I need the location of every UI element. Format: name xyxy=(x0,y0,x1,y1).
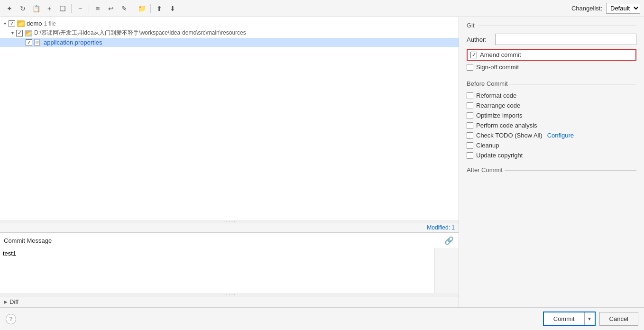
cleanup-checkbox[interactable] xyxy=(467,142,473,149)
folder-btn[interactable]: 📁 xyxy=(136,3,147,14)
optimize-label: Optimize imports xyxy=(476,112,523,119)
commit-button-group: Commit ▼ xyxy=(543,312,596,326)
right-panel: Git Author: ✓ Amend commit Sign-off comm… xyxy=(459,17,644,307)
changelist-select[interactable]: Default xyxy=(606,3,640,14)
optimize-imports-row[interactable]: Optimize imports xyxy=(467,112,636,119)
modified-bar: Modified: 1 xyxy=(0,223,459,232)
before-commit-title: Before Commit xyxy=(467,80,508,87)
amend-commit-row[interactable]: ✓ Amend commit xyxy=(467,49,636,61)
update-copyright-checkbox[interactable] xyxy=(467,152,473,159)
rearrange-label: Rearrange code xyxy=(476,102,520,109)
sep3 xyxy=(133,4,133,13)
commit-msg-header: Commit Message 🔗 xyxy=(0,233,459,248)
after-commit-title-container: After Commit xyxy=(467,166,636,174)
sep2 xyxy=(89,4,89,13)
bottom-bar: ? Commit ▼ Cancel xyxy=(0,307,644,330)
amend-checkbox[interactable]: ✓ xyxy=(470,52,477,58)
toolbar: ✦ ↻ 📋 + ❏ − ≡ ↩ ✎ 📁 ⬆ ⬇ Changelist: Defa… xyxy=(0,0,644,17)
check-todo-checkbox[interactable] xyxy=(467,132,473,139)
code-analysis-row[interactable]: Perform code analysis xyxy=(467,122,636,129)
app-props-label: application.properties xyxy=(44,39,102,46)
commit-dropdown-arrow[interactable]: ▼ xyxy=(584,312,595,325)
commit-msg-icon-btn[interactable]: 🔗 xyxy=(443,235,455,246)
edit-btn[interactable]: ✎ xyxy=(119,3,130,14)
demo-label: demo xyxy=(27,20,42,27)
after-commit-title: After Commit xyxy=(467,166,503,174)
update-copyright-label: Update copyright xyxy=(476,152,523,159)
cleanup-label: Cleanup xyxy=(476,142,499,149)
commit-message-section: Commit Message 🔗 test1 xyxy=(0,232,459,293)
before-commit-items: Reformat code Rearrange code Optimize im… xyxy=(467,92,636,162)
rearrange-checkbox[interactable] xyxy=(467,102,473,109)
changelist-label: Changelist: xyxy=(571,5,602,12)
update-copyright-row[interactable]: Update copyright xyxy=(467,152,636,159)
reformat-code-row[interactable]: Reformat code xyxy=(467,92,636,99)
check-todo-label: Check TODO (Show All) xyxy=(476,132,543,139)
move-up-btn[interactable]: ⬆ xyxy=(154,3,165,14)
left-panel: ▾ ✓ 📁 demo 1 file ▾ ✓ 📂 D:\慕课网\开发工具idea从… xyxy=(0,17,459,307)
undo-btn[interactable]: ↩ xyxy=(105,3,117,14)
before-commit-title-container: Before Commit xyxy=(467,80,636,87)
configure-link[interactable]: Configure xyxy=(547,132,574,139)
add-icon-btn[interactable]: ✦ xyxy=(4,3,15,14)
diff-arrow-icon: ▶ xyxy=(4,299,8,304)
sep1 xyxy=(71,4,72,13)
reformat-label: Reformat code xyxy=(476,92,516,99)
git-section-title: Git xyxy=(467,22,636,29)
author-label: Author: xyxy=(467,36,491,43)
cleanup-row[interactable]: Cleanup xyxy=(467,142,636,149)
copy-btn[interactable]: ❏ xyxy=(57,3,68,14)
code-analysis-label: Perform code analysis xyxy=(476,122,537,129)
plus-btn[interactable]: + xyxy=(44,3,55,14)
document-btn[interactable]: 📋 xyxy=(30,3,42,14)
refresh-btn[interactable]: ↻ xyxy=(17,3,28,14)
tree-item-path[interactable]: ▾ ✓ 📂 D:\慕课网\开发工具idea从入门到爱不释手\workspace\… xyxy=(0,28,459,38)
file-tree: ▾ ✓ 📁 demo 1 file ▾ ✓ 📂 D:\慕课网\开发工具idea从… xyxy=(0,17,459,220)
signoff-row[interactable]: Sign-off commit xyxy=(467,64,636,71)
commit-msg-sidebar xyxy=(435,248,459,293)
diff-label: Diff xyxy=(9,298,18,305)
folder-icon-path: 📂 xyxy=(25,30,32,37)
check-todo-row[interactable]: Check TODO (Show All) Configure xyxy=(467,132,636,139)
modified-text[interactable]: Modified: 1 xyxy=(427,224,455,231)
author-row: Author: xyxy=(467,34,636,45)
demo-meta: 1 file xyxy=(44,20,56,27)
commit-button[interactable]: Commit xyxy=(544,312,584,325)
signoff-label: Sign-off commit xyxy=(476,64,519,71)
tree-item-app-props[interactable]: ▸ ✓ application.properties xyxy=(0,38,459,47)
diff-section[interactable]: ▶ Diff xyxy=(0,296,459,307)
commit-msg-body: test1 xyxy=(0,248,459,293)
help-button[interactable]: ? xyxy=(6,314,16,324)
path-label: D:\慕课网\开发工具idea从入门到爱不释手\workspace\idea-d… xyxy=(34,29,246,37)
cancel-button[interactable]: Cancel xyxy=(599,312,638,326)
indent-btn[interactable]: ≡ xyxy=(92,3,103,14)
checkbox-demo[interactable]: ✓ xyxy=(9,20,15,27)
optimize-checkbox[interactable] xyxy=(467,112,473,119)
move-down-btn[interactable]: ⬇ xyxy=(167,3,178,14)
author-input[interactable] xyxy=(495,34,636,45)
signoff-checkbox[interactable] xyxy=(467,64,473,71)
tree-item-demo[interactable]: ▾ ✓ 📁 demo 1 file xyxy=(0,19,459,28)
commit-dialog: ✦ ↻ 📋 + ❏ − ≡ ↩ ✎ 📁 ⬆ ⬇ Changelist: Defa… xyxy=(0,0,644,330)
commit-msg-label: Commit Message xyxy=(4,237,52,244)
minus-btn[interactable]: − xyxy=(74,3,86,14)
reformat-checkbox[interactable] xyxy=(467,92,473,99)
expand-arrow-path: ▾ xyxy=(9,30,15,36)
signoff-checkbox-row[interactable]: Sign-off commit xyxy=(467,64,519,71)
checkbox-path[interactable]: ✓ xyxy=(16,30,23,37)
sep4 xyxy=(150,4,151,13)
expand-arrow-demo: ▾ xyxy=(2,21,8,27)
rearrange-code-row[interactable]: Rearrange code xyxy=(467,102,636,109)
amend-label: Amend commit xyxy=(480,51,521,58)
code-analysis-checkbox[interactable] xyxy=(467,122,473,129)
file-icon-app-props xyxy=(34,39,42,46)
content-area: ▾ ✓ 📁 demo 1 file ▾ ✓ 📂 D:\慕课网\开发工具idea从… xyxy=(0,17,644,307)
commit-msg-input[interactable]: test1 xyxy=(0,248,435,293)
folder-icon-demo: 📁 xyxy=(17,20,25,27)
checkbox-app-props[interactable]: ✓ xyxy=(26,39,32,46)
